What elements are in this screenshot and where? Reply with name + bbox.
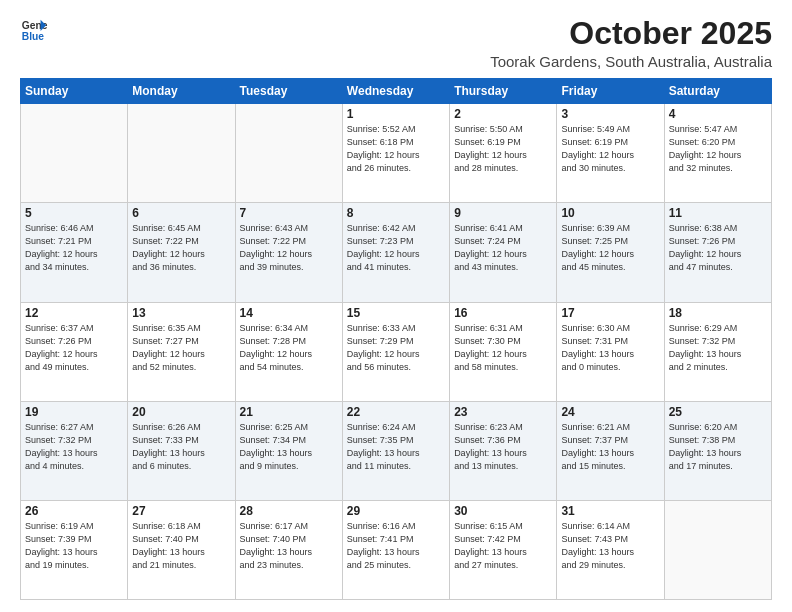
day-number: 24 [561, 405, 659, 419]
day-number: 31 [561, 504, 659, 518]
title-block: October 2025 Toorak Gardens, South Austr… [490, 16, 772, 70]
day-info: Sunrise: 5:50 AM Sunset: 6:19 PM Dayligh… [454, 123, 552, 175]
table-row: 7Sunrise: 6:43 AM Sunset: 7:22 PM Daylig… [235, 203, 342, 302]
table-row: 6Sunrise: 6:45 AM Sunset: 7:22 PM Daylig… [128, 203, 235, 302]
table-row: 18Sunrise: 6:29 AM Sunset: 7:32 PM Dayli… [664, 302, 771, 401]
day-number: 4 [669, 107, 767, 121]
table-row: 23Sunrise: 6:23 AM Sunset: 7:36 PM Dayli… [450, 401, 557, 500]
day-info: Sunrise: 6:24 AM Sunset: 7:35 PM Dayligh… [347, 421, 445, 473]
day-number: 1 [347, 107, 445, 121]
day-info: Sunrise: 6:17 AM Sunset: 7:40 PM Dayligh… [240, 520, 338, 572]
table-row: 29Sunrise: 6:16 AM Sunset: 7:41 PM Dayli… [342, 500, 449, 599]
calendar-week-row: 19Sunrise: 6:27 AM Sunset: 7:32 PM Dayli… [21, 401, 772, 500]
calendar-week-row: 26Sunrise: 6:19 AM Sunset: 7:39 PM Dayli… [21, 500, 772, 599]
day-info: Sunrise: 6:43 AM Sunset: 7:22 PM Dayligh… [240, 222, 338, 274]
day-number: 23 [454, 405, 552, 419]
table-row: 4Sunrise: 5:47 AM Sunset: 6:20 PM Daylig… [664, 104, 771, 203]
table-row: 1Sunrise: 5:52 AM Sunset: 6:18 PM Daylig… [342, 104, 449, 203]
table-row: 26Sunrise: 6:19 AM Sunset: 7:39 PM Dayli… [21, 500, 128, 599]
day-info: Sunrise: 6:16 AM Sunset: 7:41 PM Dayligh… [347, 520, 445, 572]
day-info: Sunrise: 6:25 AM Sunset: 7:34 PM Dayligh… [240, 421, 338, 473]
table-row: 27Sunrise: 6:18 AM Sunset: 7:40 PM Dayli… [128, 500, 235, 599]
col-monday: Monday [128, 79, 235, 104]
table-row: 24Sunrise: 6:21 AM Sunset: 7:37 PM Dayli… [557, 401, 664, 500]
day-number: 26 [25, 504, 123, 518]
day-info: Sunrise: 6:35 AM Sunset: 7:27 PM Dayligh… [132, 322, 230, 374]
day-info: Sunrise: 5:52 AM Sunset: 6:18 PM Dayligh… [347, 123, 445, 175]
table-row: 31Sunrise: 6:14 AM Sunset: 7:43 PM Dayli… [557, 500, 664, 599]
day-number: 21 [240, 405, 338, 419]
col-sunday: Sunday [21, 79, 128, 104]
col-tuesday: Tuesday [235, 79, 342, 104]
day-number: 3 [561, 107, 659, 121]
table-row [235, 104, 342, 203]
day-number: 9 [454, 206, 552, 220]
day-number: 12 [25, 306, 123, 320]
calendar-week-row: 12Sunrise: 6:37 AM Sunset: 7:26 PM Dayli… [21, 302, 772, 401]
day-info: Sunrise: 5:47 AM Sunset: 6:20 PM Dayligh… [669, 123, 767, 175]
day-info: Sunrise: 6:21 AM Sunset: 7:37 PM Dayligh… [561, 421, 659, 473]
day-info: Sunrise: 6:38 AM Sunset: 7:26 PM Dayligh… [669, 222, 767, 274]
calendar-table: Sunday Monday Tuesday Wednesday Thursday… [20, 78, 772, 600]
day-number: 25 [669, 405, 767, 419]
day-number: 18 [669, 306, 767, 320]
day-info: Sunrise: 6:14 AM Sunset: 7:43 PM Dayligh… [561, 520, 659, 572]
day-number: 8 [347, 206, 445, 220]
calendar-week-row: 1Sunrise: 5:52 AM Sunset: 6:18 PM Daylig… [21, 104, 772, 203]
table-row [21, 104, 128, 203]
col-wednesday: Wednesday [342, 79, 449, 104]
table-row: 11Sunrise: 6:38 AM Sunset: 7:26 PM Dayli… [664, 203, 771, 302]
table-row: 21Sunrise: 6:25 AM Sunset: 7:34 PM Dayli… [235, 401, 342, 500]
day-info: Sunrise: 6:45 AM Sunset: 7:22 PM Dayligh… [132, 222, 230, 274]
day-info: Sunrise: 6:31 AM Sunset: 7:30 PM Dayligh… [454, 322, 552, 374]
table-row: 22Sunrise: 6:24 AM Sunset: 7:35 PM Dayli… [342, 401, 449, 500]
table-row: 17Sunrise: 6:30 AM Sunset: 7:31 PM Dayli… [557, 302, 664, 401]
table-row: 15Sunrise: 6:33 AM Sunset: 7:29 PM Dayli… [342, 302, 449, 401]
day-info: Sunrise: 6:29 AM Sunset: 7:32 PM Dayligh… [669, 322, 767, 374]
col-thursday: Thursday [450, 79, 557, 104]
svg-text:Blue: Blue [22, 31, 45, 42]
day-info: Sunrise: 6:19 AM Sunset: 7:39 PM Dayligh… [25, 520, 123, 572]
day-info: Sunrise: 5:49 AM Sunset: 6:19 PM Dayligh… [561, 123, 659, 175]
table-row: 3Sunrise: 5:49 AM Sunset: 6:19 PM Daylig… [557, 104, 664, 203]
table-row: 20Sunrise: 6:26 AM Sunset: 7:33 PM Dayli… [128, 401, 235, 500]
day-info: Sunrise: 6:34 AM Sunset: 7:28 PM Dayligh… [240, 322, 338, 374]
table-row: 9Sunrise: 6:41 AM Sunset: 7:24 PM Daylig… [450, 203, 557, 302]
logo: General Blue [20, 16, 48, 44]
day-info: Sunrise: 6:41 AM Sunset: 7:24 PM Dayligh… [454, 222, 552, 274]
day-number: 19 [25, 405, 123, 419]
day-info: Sunrise: 6:15 AM Sunset: 7:42 PM Dayligh… [454, 520, 552, 572]
day-number: 14 [240, 306, 338, 320]
day-info: Sunrise: 6:39 AM Sunset: 7:25 PM Dayligh… [561, 222, 659, 274]
day-number: 6 [132, 206, 230, 220]
day-info: Sunrise: 6:42 AM Sunset: 7:23 PM Dayligh… [347, 222, 445, 274]
day-number: 2 [454, 107, 552, 121]
day-number: 17 [561, 306, 659, 320]
location-title: Toorak Gardens, South Australia, Austral… [490, 53, 772, 70]
table-row: 28Sunrise: 6:17 AM Sunset: 7:40 PM Dayli… [235, 500, 342, 599]
table-row: 13Sunrise: 6:35 AM Sunset: 7:27 PM Dayli… [128, 302, 235, 401]
day-info: Sunrise: 6:26 AM Sunset: 7:33 PM Dayligh… [132, 421, 230, 473]
day-info: Sunrise: 6:33 AM Sunset: 7:29 PM Dayligh… [347, 322, 445, 374]
day-info: Sunrise: 6:30 AM Sunset: 7:31 PM Dayligh… [561, 322, 659, 374]
table-row: 5Sunrise: 6:46 AM Sunset: 7:21 PM Daylig… [21, 203, 128, 302]
day-info: Sunrise: 6:27 AM Sunset: 7:32 PM Dayligh… [25, 421, 123, 473]
calendar-week-row: 5Sunrise: 6:46 AM Sunset: 7:21 PM Daylig… [21, 203, 772, 302]
table-row: 19Sunrise: 6:27 AM Sunset: 7:32 PM Dayli… [21, 401, 128, 500]
day-number: 10 [561, 206, 659, 220]
table-row: 12Sunrise: 6:37 AM Sunset: 7:26 PM Dayli… [21, 302, 128, 401]
day-number: 20 [132, 405, 230, 419]
table-row: 8Sunrise: 6:42 AM Sunset: 7:23 PM Daylig… [342, 203, 449, 302]
table-row: 30Sunrise: 6:15 AM Sunset: 7:42 PM Dayli… [450, 500, 557, 599]
table-row: 14Sunrise: 6:34 AM Sunset: 7:28 PM Dayli… [235, 302, 342, 401]
day-number: 15 [347, 306, 445, 320]
day-number: 30 [454, 504, 552, 518]
day-number: 27 [132, 504, 230, 518]
day-number: 7 [240, 206, 338, 220]
day-info: Sunrise: 6:20 AM Sunset: 7:38 PM Dayligh… [669, 421, 767, 473]
calendar-header-row: Sunday Monday Tuesday Wednesday Thursday… [21, 79, 772, 104]
header: General Blue October 2025 Toorak Gardens… [20, 16, 772, 70]
table-row: 25Sunrise: 6:20 AM Sunset: 7:38 PM Dayli… [664, 401, 771, 500]
day-number: 11 [669, 206, 767, 220]
day-info: Sunrise: 6:37 AM Sunset: 7:26 PM Dayligh… [25, 322, 123, 374]
